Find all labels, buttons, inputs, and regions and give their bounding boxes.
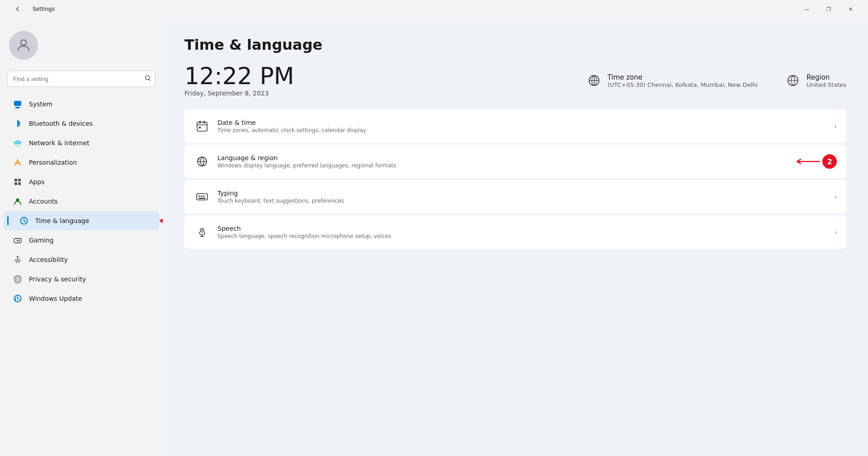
svg-text:A: A [198,157,200,161]
date-time-icon [194,118,210,134]
date-time-text: Date & time Time zones, automatic clock … [217,119,834,133]
sidebar-item-gaming[interactable]: Gaming [4,231,159,250]
profile-section [0,24,163,71]
app-container: System Bluetooth & devices [0,18,868,456]
info-details: Time zone (UTC+05:30) Chennai, Kolkata, … [586,72,846,89]
language-desc: Windows display language, preferred lang… [217,162,798,169]
sidebar-item-update[interactable]: Windows Update [4,289,159,308]
sidebar-item-privacy[interactable]: Privacy & security [4,270,159,289]
sidebar-item-apps[interactable]: Apps [4,172,159,191]
current-time: 12:22 PM [184,64,294,88]
app-title: Settings [33,6,55,12]
language-text: Language & region Windows display langua… [217,154,798,169]
timezone-info: Time zone (UTC+05:30) Chennai, Kolkata, … [586,72,758,89]
sidebar-item-network[interactable]: Network & internet [4,133,159,152]
svg-rect-29 [203,121,205,124]
bluetooth-icon [13,119,23,128]
sidebar-label-bluetooth: Bluetooth & devices [29,120,93,127]
sidebar-label-time: Time & language [35,217,89,224]
annotation-1-container: 1 [156,214,163,228]
date-time-title: Date & time [217,119,834,126]
sidebar-label-privacy: Privacy & security [29,276,86,283]
close-button[interactable]: ✕ [840,2,861,16]
settings-card-speech[interactable]: Speech Speech language, speech recogniti… [184,215,846,249]
svg-rect-10 [18,182,21,185]
svg-rect-7 [14,179,17,181]
svg-rect-9 [14,182,17,185]
date-time-desc: Time zones, automatic clock settings, ca… [217,127,834,133]
timezone-label: Time zone [608,73,758,81]
apps-icon [13,177,23,187]
typing-title: Typing [217,190,834,197]
sidebar-label-apps: Apps [29,178,45,185]
titlebar: Settings — ❐ ✕ [0,0,868,18]
speech-text: Speech Speech language, speech recogniti… [217,225,834,239]
current-date: Friday, September 8, 2023 [184,90,294,97]
svg-rect-36 [198,195,200,197]
speech-title: Speech [217,225,834,232]
maximize-button[interactable]: ❐ [818,2,839,16]
timezone-value: (UTC+05:30) Chennai, Kolkata, Mumbai, Ne… [608,81,758,88]
settings-card-date-time[interactable]: Date & time Time zones, automatic clock … [184,109,846,143]
svg-point-16 [19,240,20,241]
privacy-icon [13,274,23,284]
sidebar-item-time[interactable]: Time & language 1 [4,211,159,230]
time-display: 12:22 PM Friday, September 8, 2023 [184,64,294,97]
sidebar: System Bluetooth & devices [0,18,163,456]
sidebar-label-accounts: Accounts [29,198,58,205]
network-icon [13,138,23,148]
svg-point-17 [19,241,20,242]
nav-list: System Bluetooth & devices [0,94,163,309]
typing-icon [194,189,210,205]
sidebar-item-accounts[interactable]: Accounts [4,192,159,211]
language-icon: A 文 [194,153,210,170]
sidebar-label-system: System [29,100,52,108]
time-icon [19,216,29,226]
svg-rect-37 [201,195,202,197]
svg-rect-3 [16,107,19,108]
page-title: Time & language [184,36,846,53]
sidebar-item-bluetooth[interactable]: Bluetooth & devices [4,114,159,133]
chevron-right-icon-4: › [834,228,837,236]
back-button[interactable] [7,2,28,16]
svg-rect-26 [197,122,207,131]
svg-rect-39 [198,198,206,199]
sidebar-label-accessibility: Accessibility [29,256,68,263]
minimize-button[interactable]: — [797,2,817,16]
sidebar-item-system[interactable]: System [4,95,159,114]
typing-desc: Touch keyboard, text suggestions, prefer… [217,198,834,204]
svg-rect-2 [14,101,21,106]
accounts-icon [13,196,23,206]
svg-rect-28 [199,121,201,124]
annotation-arrow-1-svg [156,216,163,225]
language-title: Language & region [217,154,798,162]
sidebar-item-accessibility[interactable]: Accessibility [4,250,159,269]
active-indicator [7,216,9,225]
chevron-right-icon-3: › [834,193,837,200]
region-value: United States [807,81,846,88]
region-label: Region [807,73,846,81]
personalization-icon [13,157,23,167]
search-box [7,71,156,87]
svg-rect-30 [199,127,201,128]
info-bar: 12:22 PM Friday, September 8, 2023 [184,64,846,97]
main-content: Time & language 12:22 PM Friday, Septemb… [163,18,868,456]
settings-card-language[interactable]: A 文 Language & region Windows display la… [184,145,846,178]
system-icon [13,99,23,109]
region-info: Region United States [785,72,846,89]
gaming-icon [13,235,23,245]
typing-text: Typing Touch keyboard, text suggestions,… [217,190,834,204]
sidebar-label-personalization: Personalization [29,159,77,166]
chevron-right-icon-2: › [798,158,801,165]
settings-card-typing[interactable]: Typing Touch keyboard, text suggestions,… [184,180,846,214]
search-input[interactable] [7,71,156,87]
sidebar-label-gaming: Gaming [29,237,54,244]
svg-rect-4 [15,108,20,109]
speech-desc: Speech language, speech recognition micr… [217,233,834,239]
svg-rect-8 [18,179,21,181]
settings-list: Date & time Time zones, automatic clock … [184,109,846,249]
sidebar-item-personalization[interactable]: Personalization [4,153,159,172]
speech-icon [194,224,210,240]
svg-rect-38 [203,195,204,197]
search-icon [145,75,151,83]
